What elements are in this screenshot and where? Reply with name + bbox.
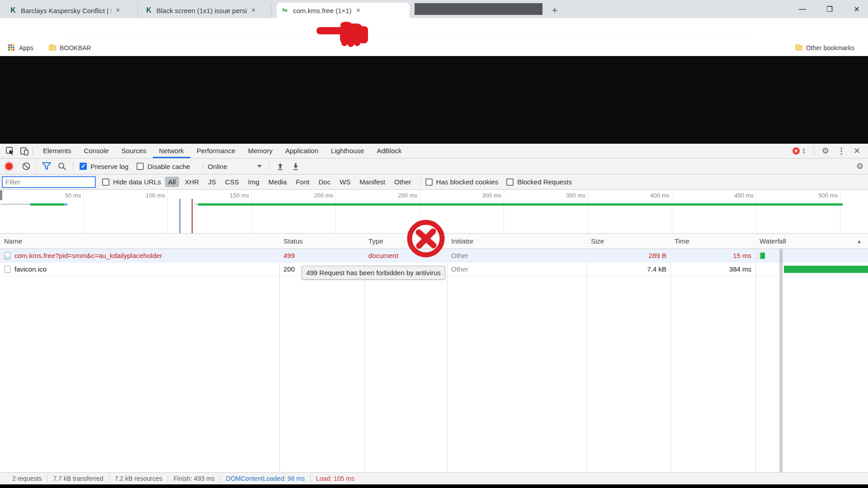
other-bookmarks[interactable]: Other bookmarks	[795, 44, 854, 52]
filter-type-js[interactable]: JS	[205, 177, 219, 187]
folder-icon	[49, 45, 56, 51]
request-time: 15 ms	[670, 249, 751, 263]
folder-icon	[795, 45, 802, 51]
column-header-size[interactable]: Size	[587, 234, 604, 249]
checkbox-unchecked-icon[interactable]	[137, 163, 144, 170]
bookmark-folder-bookbar[interactable]: BOOKBAR	[49, 44, 91, 52]
overview-grip[interactable]	[0, 190, 2, 200]
devtools-tab-bar: Elements Console Sources Network Perform…	[0, 144, 868, 159]
table-row-request-1[interactable]: com.kms.free?pid=smm&c=au_kdailyplacehol…	[0, 249, 868, 263]
hide-data-urls-checkbox[interactable]: Hide data URLs	[102, 178, 161, 186]
column-header-initiator[interactable]: Initiator	[447, 234, 473, 249]
network-settings-gear-icon[interactable]: ⚙	[856, 161, 863, 171]
devtools-tab-sources[interactable]: Sources	[115, 144, 153, 158]
disable-cache-label: Disable cache	[147, 163, 190, 170]
search-icon[interactable]	[57, 162, 66, 171]
request-name[interactable]: favicon.ico	[14, 265, 47, 273]
status-tooltip: 499 Request has been forbidden by antivi…	[302, 266, 445, 280]
request-initiator[interactable]: Other	[451, 249, 582, 263]
waterfall-bar	[784, 266, 868, 273]
preserve-log-checkbox[interactable]: Preserve log	[80, 163, 128, 170]
filter-type-css[interactable]: CSS	[222, 177, 242, 187]
devtools-tab-performance[interactable]: Performance	[190, 144, 242, 158]
console-error-badge-icon[interactable]: ✕	[793, 147, 800, 155]
inspect-element-icon[interactable]	[5, 146, 14, 155]
window-close-button[interactable]: ✕	[846, 0, 867, 18]
preserve-log-label: Preserve log	[90, 163, 128, 170]
waterfall-bar	[760, 253, 765, 259]
chevron-down-icon[interactable]	[257, 165, 262, 168]
devtools-tab-application[interactable]: Application	[279, 144, 325, 158]
devtools-tab-elements[interactable]: Elements	[37, 144, 78, 158]
tick-label: 50 ms	[43, 192, 81, 199]
browser-tab-1[interactable]: K Barclays Kaspersky Conflict | Kasp ×	[5, 3, 138, 18]
checkbox-checked-icon[interactable]	[80, 163, 87, 170]
filter-type-media[interactable]: Media	[265, 177, 290, 187]
devtools-menu-kebab-icon[interactable]: ⋮	[837, 146, 845, 156]
clear-network-log-icon[interactable]	[22, 162, 31, 171]
disable-cache-checkbox[interactable]: Disable cache	[137, 163, 190, 170]
browser-toolbar: ← → ↻ app.appsflyer.com/com.kms.free?pid…	[0, 18, 868, 40]
devtools-settings-gear-icon[interactable]: ⚙	[822, 146, 829, 156]
devtools-close-icon[interactable]: ✕	[854, 146, 860, 156]
devtools-tab-network[interactable]: Network	[153, 144, 190, 158]
filter-type-other[interactable]: Other	[391, 177, 415, 187]
summary-resources: 7.2 kB resources	[115, 475, 162, 482]
filter-type-all[interactable]: All	[165, 177, 179, 187]
tick-label: 100 ms	[127, 192, 165, 199]
tick-label: 250 ms	[379, 192, 417, 199]
throttling-dropdown[interactable]: Online	[208, 163, 227, 170]
overview-request1-blue-tip	[64, 203, 67, 206]
tab-close-icon[interactable]: ×	[116, 6, 120, 14]
devtools-tab-lighthouse[interactable]: Lighthouse	[325, 144, 370, 158]
bottom-black-strip	[0, 484, 868, 488]
filter-type-font[interactable]: Font	[292, 177, 312, 187]
filter-type-img[interactable]: Img	[245, 177, 263, 187]
window-minimize-button[interactable]: —	[792, 0, 813, 18]
devtools-tab-console[interactable]: Console	[78, 144, 115, 158]
apps-shortcut[interactable]: Apps	[8, 44, 33, 52]
has-blocked-cookies-checkbox[interactable]: Has blocked cookies	[425, 178, 499, 186]
devtools-tab-memory[interactable]: Memory	[242, 144, 279, 158]
window-restore-button[interactable]: ❐	[819, 0, 840, 18]
column-header-status[interactable]: Status	[279, 234, 303, 249]
column-header-type[interactable]: Type	[364, 234, 383, 249]
blocked-requests-checkbox[interactable]: Blocked Requests	[506, 178, 572, 186]
request-initiator[interactable]: Other	[451, 263, 582, 276]
tab-title: Black screen (1x1) issue persists.	[156, 7, 247, 14]
checkbox-unchecked-icon[interactable]	[425, 178, 433, 186]
filter-type-manifest[interactable]: Manifest	[356, 177, 388, 187]
tick-label: 350 ms	[547, 192, 585, 199]
new-tab-button[interactable]: +	[548, 4, 561, 17]
tab-close-icon[interactable]: ×	[251, 6, 255, 14]
filter-type-xhr[interactable]: XHR	[182, 177, 203, 187]
tab-close-icon[interactable]: ×	[356, 6, 360, 14]
browser-tab-active[interactable]: com.kms.free (1×1) ×	[277, 3, 410, 18]
checkbox-unchecked-icon[interactable]	[506, 178, 514, 186]
import-har-icon[interactable]	[277, 162, 284, 170]
column-header-time[interactable]: Time	[670, 234, 689, 249]
column-header-waterfall[interactable]: Waterfall	[755, 234, 786, 249]
request-name[interactable]: com.kms.free?pid=smm&c=au_kdailyplacehol…	[14, 252, 162, 259]
network-overview-timeline[interactable]: 50 ms 100 ms 150 ms 200 ms 250 ms 300 ms…	[0, 190, 868, 234]
checkbox-unchecked-icon[interactable]	[102, 178, 109, 186]
request-time: 384 ms	[670, 263, 751, 276]
browser-tab-2[interactable]: K Black screen (1x1) issue persists. ×	[140, 3, 271, 18]
blocked-requests-label: Blocked Requests	[517, 178, 572, 186]
filter-type-ws[interactable]: WS	[336, 177, 354, 187]
device-toolbar-icon[interactable]	[20, 146, 29, 155]
sort-ascending-icon[interactable]: ▲	[853, 234, 862, 249]
filter-input[interactable]	[2, 176, 96, 188]
summary-transferred: 7.7 kB transferred	[53, 475, 103, 482]
kaspersky-favicon: K	[145, 6, 153, 14]
record-network-log-button[interactable]	[5, 163, 13, 170]
divider	[33, 147, 33, 155]
request-status: 499	[283, 249, 360, 263]
export-har-icon[interactable]	[292, 162, 299, 170]
column-header-name[interactable]: Name	[0, 234, 22, 249]
filter-funnel-icon[interactable]	[42, 162, 51, 170]
divider	[420, 178, 421, 186]
devtools-tab-adblock[interactable]: AdBlock	[370, 144, 408, 158]
summary-domcontentloaded: DOMContentLoaded: 98 ms	[226, 475, 305, 482]
filter-type-doc[interactable]: Doc	[315, 177, 334, 187]
